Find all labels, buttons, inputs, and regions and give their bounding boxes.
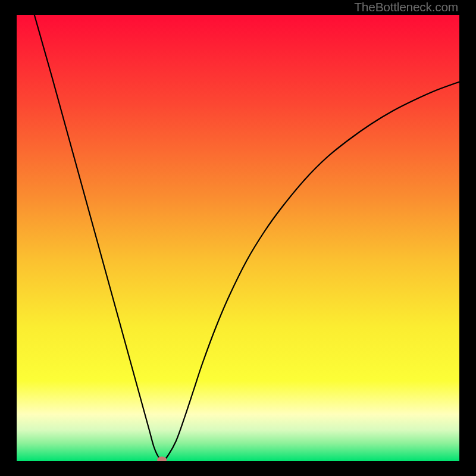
chart-frame — [17, 15, 459, 461]
gradient-background — [17, 15, 459, 461]
bottleneck-chart — [17, 15, 459, 461]
watermark-text: TheBottleneck.com — [354, 0, 458, 14]
